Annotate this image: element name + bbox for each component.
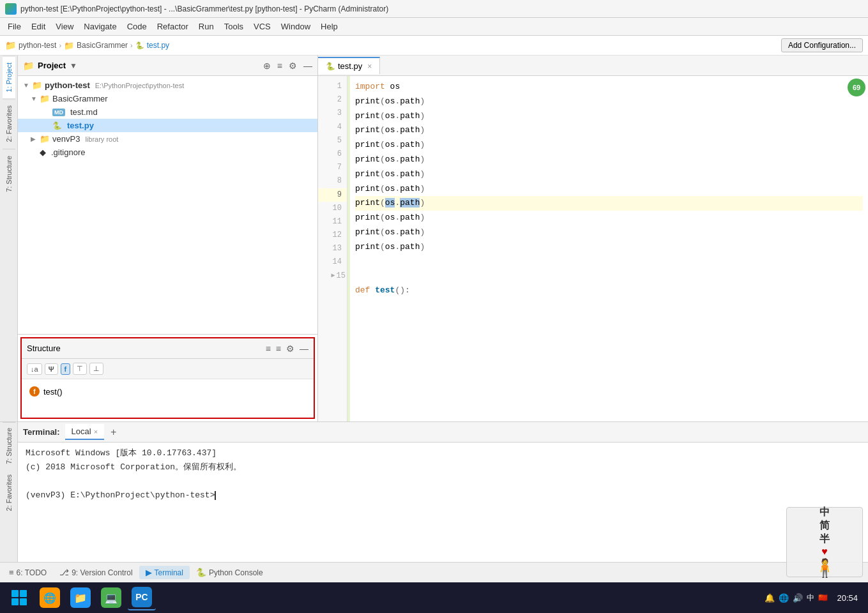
breadcrumb-item-2[interactable]: test.py xyxy=(147,41,169,50)
struct-item-test[interactable]: f test() xyxy=(27,384,308,398)
project-icon-minimize[interactable]: — xyxy=(303,61,312,71)
tree-item-gitignore[interactable]: ◆ .gitignore xyxy=(18,146,317,159)
code-content[interactable]: import os print(os.path) print(os.path) … xyxy=(347,76,868,421)
add-configuration-button[interactable]: Add Configuration... xyxy=(781,38,863,52)
code-line-8: print(os.path) xyxy=(355,182,863,197)
terminal-left-sidebar: 7: Structure 2: Favorites Terminal: Loca… xyxy=(0,422,868,562)
windows-icon xyxy=(11,590,27,605)
menu-navigate[interactable]: Navigate xyxy=(79,20,121,33)
tray-icon-volume[interactable]: 🔊 xyxy=(793,593,803,603)
struct-icon-min[interactable]: — xyxy=(300,344,308,354)
py-file-icon: 🐍 xyxy=(52,121,62,130)
menu-tools[interactable]: Tools xyxy=(219,20,248,33)
menu-view[interactable]: View xyxy=(50,20,79,33)
menu-file[interactable]: File xyxy=(3,20,26,33)
terminal-tabs-bar: Terminal: Local × + xyxy=(18,422,868,443)
line-num-1: 1 xyxy=(318,80,347,93)
tree-item-test-py[interactable]: 🐍 test.py xyxy=(18,119,317,132)
taskbar-start[interactable] xyxy=(5,585,33,610)
taskbar-item-1[interactable]: 🌐 xyxy=(36,585,64,610)
struct-btn-down[interactable]: ⊥ xyxy=(89,363,103,375)
line-num-15: ▶15 xyxy=(318,269,347,283)
struct-btn-up[interactable]: ⊤ xyxy=(73,363,87,375)
project-icons: ⊕ ≡ ⚙ — xyxy=(263,61,312,71)
green-circle: 69 xyxy=(848,79,865,96)
struct-btn-sort[interactable]: ↓a xyxy=(27,363,42,375)
tree-item-test-md[interactable]: MD test.md xyxy=(18,105,317,119)
tree-arrow: ▼ xyxy=(31,95,37,102)
terminal-tab-local[interactable]: Local × xyxy=(65,424,105,440)
taskbar-time: 20:54 xyxy=(832,593,863,603)
sidebar-tab-structure[interactable]: 7: Structure xyxy=(3,149,15,199)
tray-icon-lang2[interactable]: 🇨🇳 xyxy=(818,593,828,602)
struct-icon-eq1[interactable]: ≡ xyxy=(266,344,271,354)
project-arrow[interactable]: ▼ xyxy=(70,61,77,70)
project-icon-settings[interactable]: ⚙ xyxy=(289,61,297,71)
bottom-btn-terminal[interactable]: ▶ Terminal xyxy=(139,566,190,579)
menu-vcs[interactable]: VCS xyxy=(248,20,276,33)
tree-arrow: ▼ xyxy=(23,82,29,89)
folder-icon-2: 📁 xyxy=(40,94,50,103)
line-num-4: 4 xyxy=(318,121,347,134)
add-terminal-btn[interactable]: + xyxy=(107,424,120,441)
bottom-btn-python-console[interactable]: 🐍 Python Console xyxy=(190,566,270,579)
code-line-12: print(os.path) xyxy=(355,240,863,255)
taskbar-icon-1: 🌐 xyxy=(40,587,60,608)
bottom-btn-todo[interactable]: ≡ 6: TODO xyxy=(3,566,53,579)
sidebar-tab-project[interactable]: 1: Project xyxy=(3,56,15,98)
menu-edit[interactable]: Edit xyxy=(26,20,50,33)
terminal-prompt-line: (venvP3) E:\PythonProject\python-test> xyxy=(26,488,860,503)
struct-icon-gear[interactable]: ⚙ xyxy=(286,344,294,354)
line-num-6: 6 xyxy=(318,148,347,161)
tab-test-py[interactable]: 🐍 test.py × xyxy=(318,57,380,74)
bottom-panel: 7: Structure 2: Favorites Terminal: Loca… xyxy=(0,421,868,562)
code-line-13 xyxy=(355,255,863,269)
code-line-15: def test(): xyxy=(355,284,863,298)
bottom-toolbar: ≡ 6: TODO ⎇ 9: Version Control ▶ Termina… xyxy=(0,562,868,582)
file-panel: 📁 Project ▼ ⊕ ≡ ⚙ — ▼ 📁 python-test E:\P… xyxy=(18,56,318,421)
terminal-content[interactable]: Microsoft Windows [版本 10.0.17763.437] (c… xyxy=(18,443,868,562)
terminal-label: Terminal: xyxy=(23,427,60,437)
bottom-sidebar-tab-structure[interactable]: 7: Structure xyxy=(3,422,15,469)
struct-btn-psi[interactable]: Ψ xyxy=(45,363,58,375)
project-icon-collapse[interactable]: ≡ xyxy=(277,61,282,71)
tray-icon-bell[interactable]: 🔔 xyxy=(765,593,775,603)
breadcrumb-item-1[interactable]: BasicGrammer xyxy=(77,41,128,50)
bottom-sidebar-tab-favorites[interactable]: 2: Favorites xyxy=(3,469,15,516)
terminal-tab-close[interactable]: × xyxy=(94,428,98,435)
bc-folder-icon: 📁 xyxy=(5,40,16,50)
tray-icon-lang[interactable]: 中 xyxy=(807,593,814,603)
tab-py-icon: 🐍 xyxy=(326,62,335,71)
sidebar-tab-favorites[interactable]: 2: Favorites xyxy=(3,98,15,148)
terminal-label-btn: Terminal xyxy=(155,568,183,577)
breadcrumb-item-0[interactable]: python-test xyxy=(19,41,56,50)
tree-item-basicgrammer[interactable]: ▼ 📁 BasicGrammer xyxy=(18,92,317,105)
menu-run[interactable]: Run xyxy=(194,20,219,33)
menu-window[interactable]: Window xyxy=(276,20,316,33)
menu-refactor[interactable]: Refactor xyxy=(152,20,194,33)
line-num-3: 3 xyxy=(318,107,347,120)
vcs-label: 9: Version Control xyxy=(72,568,132,577)
bc-sep-1: › xyxy=(130,42,133,49)
editor-area: 🐍 test.py × 1 2 3 4 5 6 7 8 9 10 11 12 1… xyxy=(318,56,868,421)
tray-icon-network[interactable]: 🌐 xyxy=(779,593,789,603)
code-line-5: print(os.path) xyxy=(355,138,863,153)
bc-folder-icon-2: 📁 xyxy=(64,41,74,50)
bottom-btn-vcs[interactable]: ⎇ 9: Version Control xyxy=(53,566,139,579)
taskbar-item-3[interactable]: 💻 xyxy=(97,585,125,610)
taskbar-item-2[interactable]: 📁 xyxy=(66,585,95,610)
title-bar: python-test [E:\PythonProject\python-tes… xyxy=(0,0,868,18)
terminal-main: Terminal: Local × + Microsoft Windows [版… xyxy=(18,422,868,562)
struct-btn-f[interactable]: f xyxy=(61,363,71,375)
tree-item-python-test[interactable]: ▼ 📁 python-test E:\PythonProject\python-… xyxy=(18,79,317,92)
tab-close-btn[interactable]: × xyxy=(367,62,372,71)
vcs-icon: ⎇ xyxy=(59,568,69,577)
struct-icon-eq2[interactable]: ≡ xyxy=(276,344,281,354)
code-editor[interactable]: 1 2 3 4 5 6 7 8 9 10 11 12 13 14 ▶15 imp… xyxy=(318,76,868,421)
git-icon: ◆ xyxy=(40,148,46,157)
project-icon-scope[interactable]: ⊕ xyxy=(263,61,271,71)
menu-code[interactable]: Code xyxy=(122,20,152,33)
tree-item-venvp3[interactable]: ▶ 📁 venvP3 library root xyxy=(18,132,317,146)
taskbar-item-4[interactable]: PC xyxy=(128,585,156,610)
menu-help[interactable]: Help xyxy=(316,20,343,33)
